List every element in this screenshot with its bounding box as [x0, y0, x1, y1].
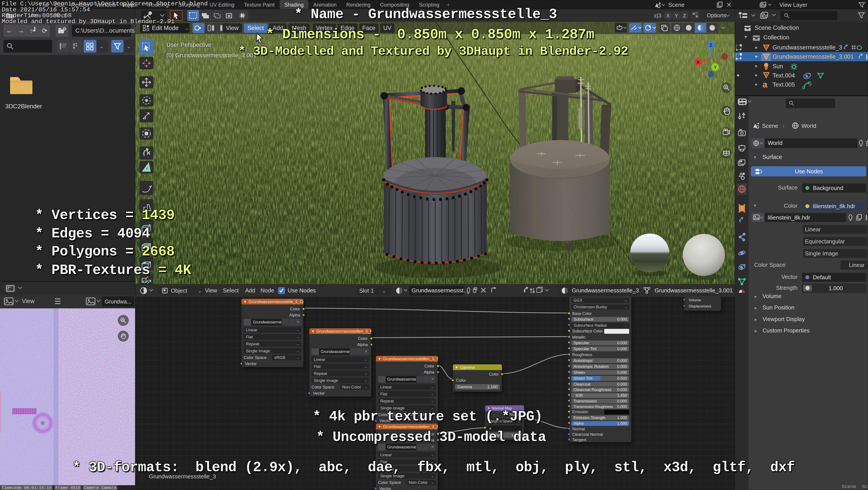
svg-text:X: X	[696, 60, 700, 65]
svg-text:Z: Z	[683, 13, 686, 19]
svg-text:ε|3: ε|3	[654, 12, 661, 19]
svg-text:Z: Z	[710, 42, 712, 48]
svg-text:Y: Y	[675, 13, 678, 19]
svg-text:Y: Y	[714, 65, 717, 70]
svg-text:Options: Options	[707, 12, 726, 19]
svg-text:X: X	[666, 13, 670, 19]
